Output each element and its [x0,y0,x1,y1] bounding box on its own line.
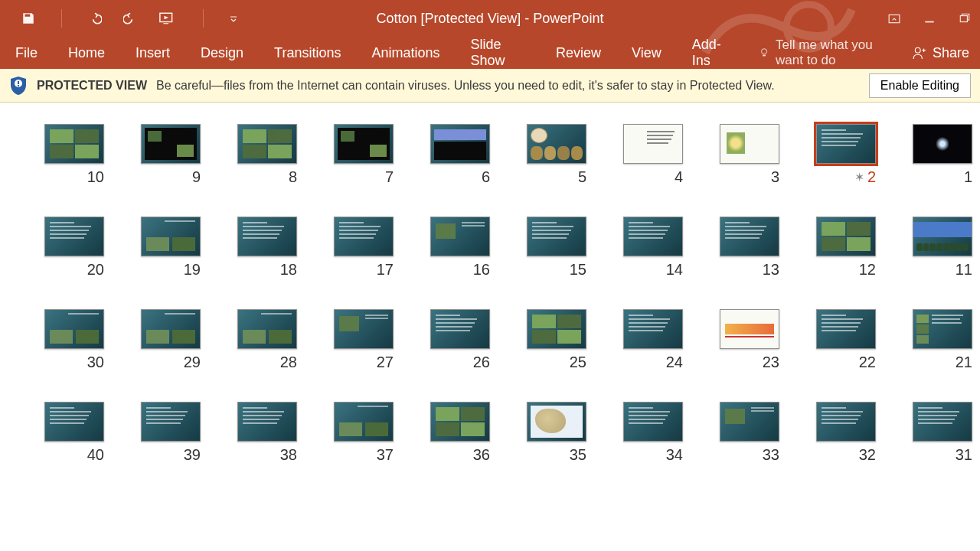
slide-thumbnail[interactable]: 1 [913,124,972,186]
slide-thumb-13[interactable] [720,217,779,256]
tab-animations[interactable]: Animations [356,37,455,69]
slide-thumbnail[interactable]: 39 [141,402,201,464]
slide-thumbnail[interactable]: 20 [44,217,104,279]
slide-thumbnail[interactable]: 32 [816,402,876,464]
slide-thumbnail[interactable]: 14 [623,217,683,279]
tab-slide-show[interactable]: Slide Show [456,37,541,69]
slide-thumb-16[interactable] [430,217,490,256]
tab-review[interactable]: Review [541,37,616,69]
slide-thumb-31[interactable] [913,402,972,442]
slide-thumbnail[interactable]: 18 [237,217,297,279]
slide-thumbnail[interactable]: 12 [816,217,876,279]
customize-qat-icon[interactable] [230,11,237,25]
slide-thumb-23[interactable] [720,309,779,349]
slide-thumbnail[interactable]: 26 [430,309,490,371]
slide-thumbnail[interactable]: 25 [527,309,586,371]
slide-thumbnail[interactable]: 29 [141,309,201,371]
slide-thumbnail[interactable]: 21 [913,309,972,371]
undo-icon[interactable] [88,11,102,25]
slide-thumb-19[interactable] [141,217,201,256]
slide-thumb-30[interactable] [44,309,104,349]
enable-editing-button[interactable]: Enable Editing [869,73,971,98]
slide-thumb-6[interactable] [430,124,490,164]
slide-thumb-24[interactable] [623,309,683,349]
slide-thumbnail[interactable]: 3 [720,124,779,186]
slide-thumbnail[interactable]: 27 [334,309,394,371]
slide-thumbnail[interactable]: 38 [237,402,297,464]
slide-thumb-37[interactable] [334,402,394,442]
slide-thumb-29[interactable] [141,309,201,349]
slide-thumb-21[interactable] [913,309,972,349]
restore-icon[interactable] [959,12,971,24]
slide-thumbnail[interactable]: 16 [430,217,490,279]
tab-transitions[interactable]: Transitions [259,37,356,69]
slide-thumb-33[interactable] [720,402,779,442]
present-from-beginning-icon[interactable] [158,11,177,25]
slide-thumb-7[interactable] [334,124,394,164]
slide-thumbnail[interactable]: 31 [913,402,972,464]
save-icon[interactable] [21,11,35,25]
slide-thumbnail[interactable]: 37 [334,402,394,464]
slide-thumb-32[interactable] [816,402,876,442]
slide-thumbnail[interactable]: 10 [44,124,104,186]
minimize-icon[interactable] [923,12,936,24]
slide-thumb-39[interactable] [141,402,201,442]
redo-icon[interactable] [123,11,137,25]
slide-thumbnail[interactable]: 9 [141,124,201,186]
slide-thumb-14[interactable] [623,217,683,256]
slide-thumbnail[interactable]: 40 [44,402,104,464]
slide-thumbnail[interactable]: ✶2 [816,124,876,186]
slide-thumbnail[interactable]: 6 [430,124,490,186]
slide-thumbnail[interactable]: 33 [720,402,779,464]
slide-thumb-8[interactable] [237,124,297,164]
slide-thumb-18[interactable] [237,217,297,256]
slide-thumb-25[interactable] [527,309,586,349]
slide-thumb-27[interactable] [334,309,394,349]
slide-thumbnail[interactable]: 36 [430,402,490,464]
ribbon-display-options-icon[interactable] [888,12,900,24]
tab-add-ins[interactable]: Add-Ins [677,37,745,69]
slide-thumbnail[interactable]: 22 [816,309,876,371]
slide-thumbnail[interactable]: 19 [141,217,201,279]
tab-file[interactable]: File [0,37,53,69]
slide-thumbnail[interactable]: 5 [527,124,586,186]
slide-thumb-4[interactable] [623,124,683,164]
slide-thumb-5[interactable] [527,124,586,164]
slide-thumbnail[interactable]: 30 [44,309,104,371]
slide-thumbnail[interactable]: 28 [237,309,297,371]
tab-view[interactable]: View [616,37,677,69]
slide-thumbnail[interactable]: 35 [527,402,586,464]
tab-design[interactable]: Design [185,37,259,69]
slide-thumb-17[interactable] [334,217,394,256]
slide-thumb-38[interactable] [237,402,297,442]
slide-thumbnail[interactable]: 24 [623,309,683,371]
tab-home[interactable]: Home [53,37,120,69]
slide-thumbnail[interactable]: 4 [623,124,683,186]
slide-thumbnail[interactable]: 8 [237,124,297,186]
slide-thumb-20[interactable] [44,217,104,256]
slide-thumb-15[interactable] [527,217,586,256]
slide-thumbnail[interactable]: 34 [623,402,683,464]
tab-insert[interactable]: Insert [120,37,185,69]
slide-thumb-26[interactable] [430,309,490,349]
slide-thumb-2[interactable] [816,124,876,164]
slide-thumbnail[interactable]: 23 [720,309,779,371]
slide-thumb-40[interactable] [44,402,104,442]
slide-thumb-34[interactable] [623,402,683,442]
slide-thumb-36[interactable] [430,402,490,442]
slide-thumbnail[interactable]: 17 [334,217,394,279]
slide-thumb-11[interactable] [913,217,972,256]
slide-thumb-3[interactable] [720,124,779,164]
slide-thumb-12[interactable] [816,217,876,256]
slide-thumbnail[interactable]: 15 [527,217,586,279]
slide-thumb-35[interactable] [527,402,586,442]
slide-thumb-22[interactable] [816,309,876,349]
slide-thumb-9[interactable] [141,124,201,164]
slide-thumbnail[interactable]: 13 [720,217,779,279]
slide-thumb-10[interactable] [44,124,104,164]
slide-thumb-28[interactable] [237,309,297,349]
slide-thumb-1[interactable] [913,124,972,164]
share-button[interactable]: Share [902,45,980,61]
tell-me-search[interactable]: Tell me what you want to do [759,37,902,68]
slide-thumbnail[interactable]: 11 [913,217,972,279]
